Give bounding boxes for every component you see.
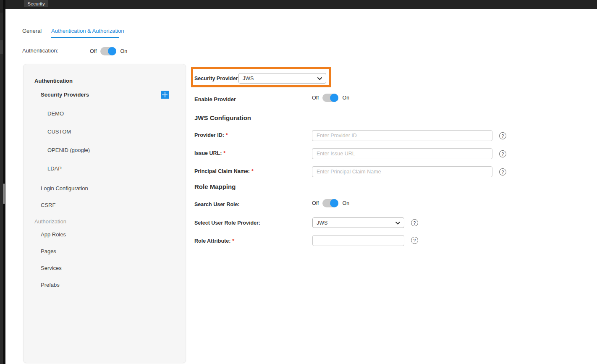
sidebar-item-ldap[interactable]: LDAP <box>47 165 62 172</box>
sidebar-item-prefabs[interactable]: Prefabs <box>41 282 60 288</box>
role-mapping-title: Role Mapping <box>194 183 236 190</box>
help-icon[interactable]: ? <box>411 237 418 244</box>
left-rail <box>0 0 3 364</box>
user-role-provider-select[interactable]: JWS <box>312 217 404 228</box>
sidebar-item-openid[interactable]: OPENID (google) <box>47 147 90 153</box>
authentication-label: Authentication: <box>22 47 58 54</box>
chevron-down-icon <box>395 220 400 226</box>
sidebar-item-authorization[interactable]: Authorization <box>34 218 66 225</box>
jws-configuration-title: JWS Configuration <box>194 114 251 121</box>
sidebar-item-login-configuration[interactable]: Login Configuration <box>41 185 88 191</box>
sidebar-item-csrf[interactable]: CSRF <box>41 202 55 208</box>
select-user-role-provider-label: Select User Role Provider: <box>194 220 260 226</box>
help-icon[interactable]: ? <box>499 132 506 139</box>
sidebar-item-demo[interactable]: DEMO <box>47 110 64 117</box>
toggle-on-label: On <box>120 48 127 54</box>
sidebar-item-services[interactable]: Services <box>41 265 62 271</box>
toggle-knob <box>330 94 338 102</box>
provider-id-input[interactable] <box>312 130 492 141</box>
enable-provider-label: Enable Provider <box>194 96 236 102</box>
search-user-role-toggle[interactable]: Off On <box>312 199 349 207</box>
toggle-on-label: On <box>342 200 349 206</box>
required-asterisk: * <box>251 168 254 174</box>
toggle-track[interactable] <box>322 199 338 207</box>
toggle-off-label: Off <box>90 48 97 54</box>
tab-authentication-authorization[interactable]: Authentication & Authorization <box>51 28 124 34</box>
security-settings-screen: Security General Authentication & Author… <box>0 0 597 364</box>
sidebar-item-custom[interactable]: CUSTOM <box>47 128 71 135</box>
help-icon[interactable]: ? <box>499 168 506 175</box>
tab-security-label: Security <box>27 1 45 6</box>
toggle-knob <box>330 199 338 207</box>
toggle-off-label: Off <box>312 200 319 206</box>
security-provider-label: Security Provider <box>194 76 238 81</box>
sidebar-item-app-roles[interactable]: App Roles <box>41 231 66 238</box>
principal-claim-name-input[interactable] <box>312 166 492 177</box>
sidebar-item-authentication[interactable]: Authentication <box>34 78 73 84</box>
issue-url-label: Issue URL:* <box>194 150 225 156</box>
security-tree-panel <box>23 64 186 363</box>
user-role-provider-select-value: JWS <box>317 220 327 226</box>
security-provider-select-value: JWS <box>243 76 254 81</box>
tab-general[interactable]: General <box>22 28 42 34</box>
issue-url-input[interactable] <box>312 148 492 159</box>
toggle-on-label: On <box>342 95 349 101</box>
search-user-role-label: Search User Role: <box>194 202 240 207</box>
security-provider-select[interactable]: JWS <box>238 73 326 84</box>
principal-claim-name-label: Principal Claim Name:* <box>194 168 254 174</box>
provider-id-label: Provider ID:* <box>194 132 228 138</box>
toggle-track[interactable] <box>100 47 116 55</box>
enable-provider-toggle[interactable]: Off On <box>312 94 349 102</box>
tab-security[interactable]: Security <box>24 0 48 7</box>
chevron-down-icon <box>317 76 322 81</box>
sidebar-item-pages[interactable]: Pages <box>41 248 56 254</box>
required-asterisk: * <box>232 238 234 244</box>
left-rail-inner <box>3 0 5 364</box>
add-provider-button[interactable] <box>161 91 169 99</box>
left-rail-scrollbar-thumb[interactable] <box>3 183 5 204</box>
toggle-knob <box>108 47 116 55</box>
sidebar-item-security-providers[interactable]: Security Providers <box>41 92 89 98</box>
required-asterisk: * <box>226 132 228 138</box>
role-attribute-input[interactable] <box>312 235 404 246</box>
help-icon[interactable]: ? <box>499 150 506 157</box>
role-attribute-label: Role Attribute:* <box>194 238 234 244</box>
required-asterisk: * <box>223 150 225 156</box>
left-rail-segment <box>0 0 3 13</box>
left-rail-active-segment[interactable] <box>0 40 3 54</box>
top-bar: Security <box>5 0 597 9</box>
toggle-track[interactable] <box>322 94 338 102</box>
help-icon[interactable]: ? <box>411 219 418 226</box>
toggle-off-label: Off <box>312 95 319 101</box>
authentication-toggle[interactable]: Off On <box>90 47 127 55</box>
active-tab-underline <box>51 37 119 38</box>
